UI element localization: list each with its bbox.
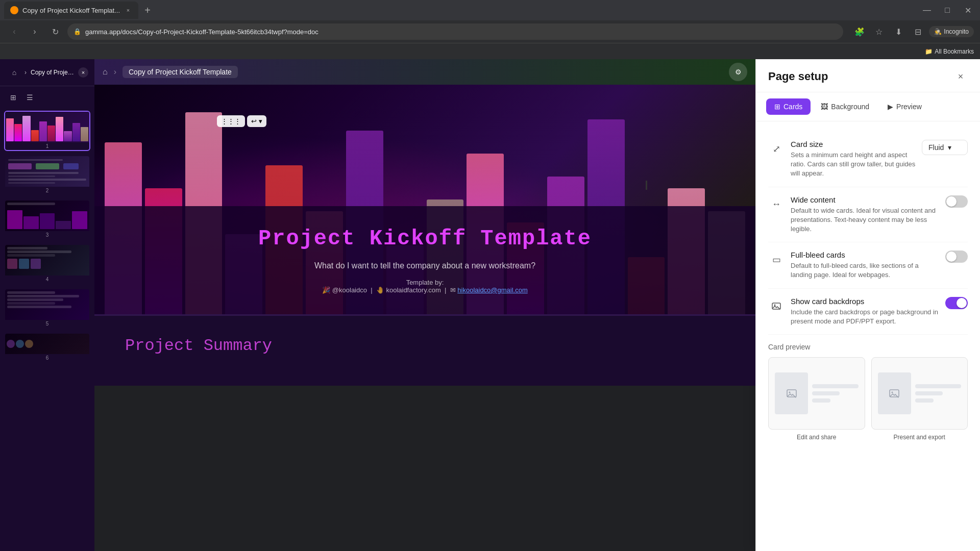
full-bleed-icon: ▭ [768,252,785,268]
show-backdrops-icon [768,298,785,314]
slide-number-5: 5 [5,320,89,328]
preview-tab-label: Preview [896,103,922,111]
incognito-button[interactable]: 🕵 Incognito [929,26,974,37]
slide-1-meta: Template by: 🎉 @koolaidco | 🤚 koolaidfac… [125,279,725,294]
toolbar-chevron-icon: ▾ [259,117,262,125]
preview-line-shorter [812,398,830,403]
tab-background[interactable]: 🖼 Background [813,98,877,115]
full-bleed-desc: Default to full-bleed cards, like sectio… [791,261,939,280]
slide-item[interactable]: 3 [4,199,90,240]
breadcrumb-sep: › [24,69,27,76]
tab-preview[interactable]: ▶ Preview [879,98,930,115]
devices-button[interactable]: ⊟ [910,23,926,40]
panel-title: Page setup [768,70,828,83]
email-icon: ✉ [450,286,456,294]
wide-content-desc: Default to wide cards. Ideal for visual … [791,206,939,234]
sidebar-breadcrumb: ⌂ › [6,64,27,81]
slide-list: 1 2 [0,109,94,551]
slide-number-1: 1 [5,142,89,150]
preview-line [812,384,858,388]
address-bar[interactable]: 🔒 gamma.app/docs/Copy-of-Project-Kickoff… [67,23,843,40]
card-size-value: Fluid [928,143,944,152]
show-backdrops-toggle[interactable] [945,297,968,309]
tab-cards[interactable]: ⊞ Cards [766,98,811,115]
slide-thumbnail-6 [5,334,89,354]
main-area: ⌂ › Copy of Project Kickoff Template ⚙ ⋮… [94,59,755,551]
tab-close-button[interactable]: × [124,6,132,14]
preview-line-p1 [915,384,961,388]
minimize-button[interactable]: — [919,2,935,18]
extensions-button[interactable]: 🧩 [851,23,868,40]
sidebar-toolbar: ⊞ ☰ [0,86,94,109]
refresh-button[interactable]: ↻ [47,23,63,40]
slide-item[interactable]: 4 [4,244,90,284]
card-size-desc: Sets a minimum card height and aspect ra… [791,151,916,179]
preview-tab-icon: ▶ [888,103,893,111]
sidebar-close-button[interactable]: × [78,67,88,78]
slide-item[interactable]: 2 [4,155,90,195]
card-preview-present-caption: Present and export [894,434,945,441]
toolbar-undo-button[interactable]: ↩ ▾ [247,115,266,127]
header-home-icon[interactable]: ⌂ [103,67,108,77]
sidebar-home-button[interactable]: ⌂ [6,64,22,81]
full-bleed-toggle[interactable] [945,251,968,263]
slide-2: Project Summary [94,314,755,386]
card-preview-inner [775,364,859,423]
incognito-label: Incognito [944,28,969,35]
show-backdrops-info: Show card backdrops Include the card bac… [791,297,939,326]
show-backdrops-label: Show card backdrops [791,297,939,306]
sidebar-doc-title: Copy of Project Kickoff Template [31,69,74,76]
dropdown-chevron-icon: ▾ [948,143,951,152]
background-tab-label: Background [831,103,869,111]
lock-icon: 🔒 [74,28,81,35]
slide-thumbnail-1 [5,112,89,142]
template-by-label: Template by: [406,279,444,286]
sidebar-header: ⌂ › Copy of Project Kickoff Template × [0,59,94,86]
card-preview-thumb-edit [768,357,865,430]
panel-header: Page setup × [756,59,980,92]
slide-thumbnail-2 [5,156,89,187]
preview-image-placeholder-present [878,372,911,414]
download-button[interactable]: ⬇ [890,23,906,40]
panel-body: ⤢ Card size Sets a minimum card height a… [756,121,980,551]
back-button[interactable]: ‹ [6,23,22,40]
toolbar-menu-button[interactable]: ⋮⋮⋮ [217,115,245,127]
slide-item[interactable]: 1 [4,111,90,151]
social2-label: koolaidfactory.com [386,286,440,294]
slide-item[interactable]: 6 [4,333,90,363]
email-link[interactable]: hikoolaidco@gmail.com [457,286,527,294]
card-size-info: Card size Sets a minimum card height and… [791,140,916,179]
sidebar-list-view-button[interactable]: ☰ [22,90,37,105]
sidebar: ⌂ › Copy of Project Kickoff Template × ⊞… [0,59,94,551]
panel-tabs: ⊞ Cards 🖼 Background ▶ Preview [756,92,980,121]
slide-item[interactable]: 5 [4,288,90,329]
wide-content-label: Wide content [791,195,939,204]
url-text: gamma.app/docs/Copy-of-Project-Kickoff-T… [85,28,837,36]
preview-text-lines [812,384,858,403]
preview-line-short [812,391,840,395]
wide-content-control [945,195,968,208]
header-action-button[interactable]: ⚙ [729,63,747,81]
close-window-button[interactable]: ✕ [960,2,976,18]
panel-close-button[interactable]: × [953,69,968,84]
full-bleed-setting: ▭ Full-bleed cards Default to full-bleed… [768,242,968,288]
sidebar-grid-view-button[interactable]: ⊞ [6,90,20,105]
card-size-setting: ⤢ Card size Sets a minimum card height a… [768,132,968,187]
wide-content-toggle[interactable] [945,195,968,208]
card-size-dropdown[interactable]: Fluid ▾ [922,140,968,155]
full-bleed-label: Full-bleed cards [791,251,939,259]
card-size-label: Card size [791,140,916,148]
forward-button[interactable]: › [27,23,43,40]
active-tab[interactable]: Copy of Project Kickoff Templat... × [4,2,138,19]
image-icon [786,387,798,399]
browser-actions: 🧩 ☆ ⬇ ⊟ 🕵 Incognito [851,23,974,40]
header-doc-title: Copy of Project Kickoff Template [122,66,238,78]
star-button[interactable]: ☆ [871,23,887,40]
wide-content-info: Wide content Default to wide cards. Idea… [791,195,939,234]
tab-favicon [10,6,18,14]
all-bookmarks[interactable]: 📁 All Bookmarks [925,48,974,55]
new-tab-button[interactable]: + [140,3,155,17]
full-bleed-info: Full-bleed cards Default to full-bleed c… [791,251,939,280]
card-preview-thumb-present [871,357,968,430]
maximize-button[interactable]: □ [939,2,955,18]
